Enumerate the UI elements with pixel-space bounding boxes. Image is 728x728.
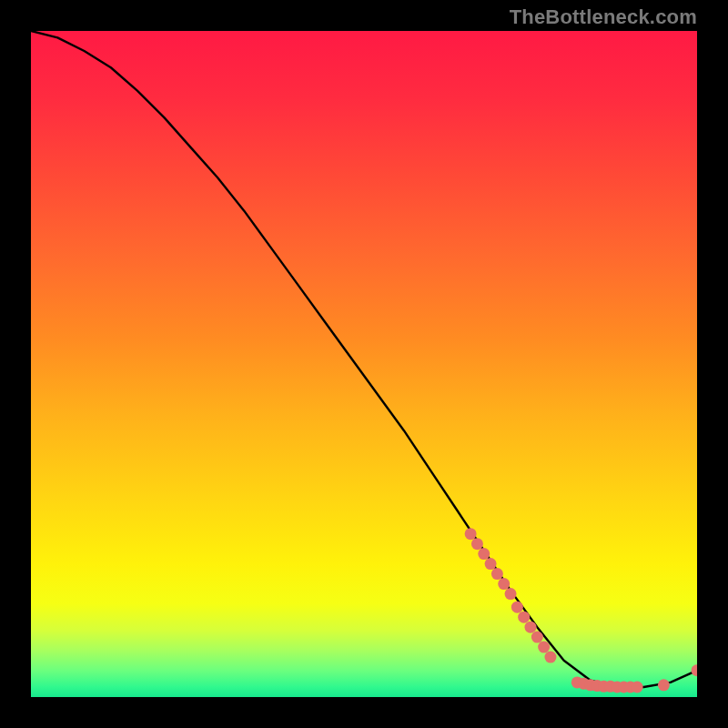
point-highlight-points-descent [485, 558, 497, 570]
point-highlight-points-descent [478, 548, 490, 560]
point-highlight-points-descent [544, 652, 556, 663]
point-highlight-points-descent [525, 622, 537, 633]
point-highlight-points-descent [498, 578, 510, 590]
point-highlight-points-descent [538, 642, 550, 653]
point-highlight-points-descent [518, 612, 530, 623]
point-highlight-points-descent [471, 538, 483, 550]
watermark-text: TheBottleneck.com [510, 5, 697, 29]
chart-stage: TheBottleneck.com [0, 0, 728, 728]
point-highlight-points-trough [658, 679, 670, 691]
chart-svg [31, 31, 697, 697]
point-highlight-points-descent [505, 588, 517, 600]
point-highlight-points-descent [531, 632, 543, 643]
point-highlight-points-descent [465, 528, 477, 540]
point-highlight-points-descent [511, 602, 523, 613]
gradient-background [31, 31, 697, 697]
point-highlight-points-trough [632, 682, 643, 693]
point-highlight-points-descent [491, 568, 503, 580]
chart-plot-area [31, 31, 697, 697]
